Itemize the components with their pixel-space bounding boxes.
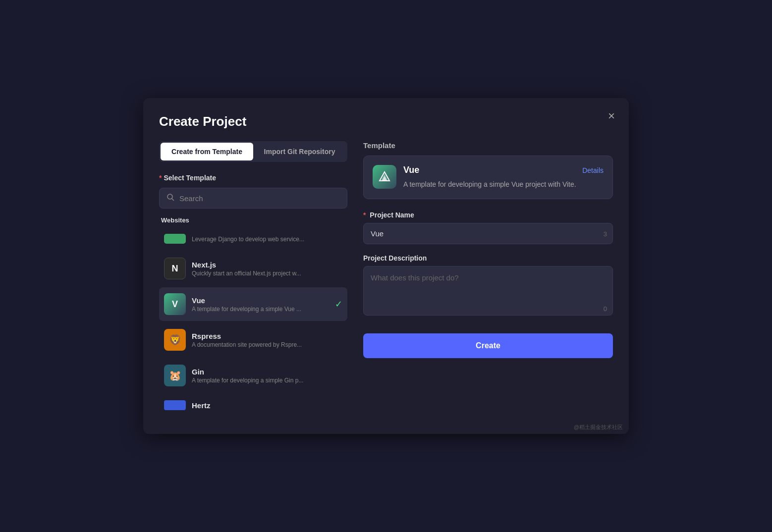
rspress-desc: A documentation site powered by Rspre... [192,341,342,348]
search-box[interactable] [159,188,347,209]
template-list: Websites Leverage Django to develop web … [159,216,347,418]
django-info: Leverage Django to develop web service..… [192,235,342,243]
tab-create-from-template[interactable]: Create from Template [161,143,253,160]
project-desc-label: Project Description [363,254,613,262]
project-desc-char-count: 0 [604,305,607,313]
project-desc-textarea[interactable] [363,266,613,316]
nextjs-name: Next.js [192,261,342,269]
create-project-modal: Create Project × Create from Template Im… [143,98,629,434]
template-preview-card: Vue Details A template for developing a … [363,156,613,199]
project-name-label: * Project Name [363,211,613,219]
project-desc-wrapper: 0 [363,266,613,318]
vue-icon: V [164,293,186,315]
hertz-info: Hertz [192,401,342,410]
template-preview-info: Vue Details A template for developing a … [403,165,604,190]
django-desc: Leverage Django to develop web service..… [192,236,342,243]
search-input[interactable] [179,194,340,203]
left-panel: Create from Template Import Git Reposito… [159,141,347,418]
gin-icon: 🐹 [164,365,186,386]
project-name-char-count: 3 [604,230,607,237]
template-item-hertz[interactable]: Hertz [159,394,347,416]
vue-info: Vue A template for developing a simple V… [192,296,329,313]
hertz-name: Hertz [192,401,342,410]
rspress-icon: 🦁 [164,329,186,351]
template-item-gin[interactable]: 🐹 Gin A template for developing a simple… [159,359,347,392]
right-panel: Template Vue Details A template for deve… [363,141,613,418]
project-name-input[interactable] [363,223,613,244]
select-template-label: *Select Template [159,174,347,182]
close-button[interactable]: × [608,110,615,122]
vue-desc: A template for developing a simple Vue .… [192,306,329,313]
gin-info: Gin A template for developing a simple G… [192,368,342,384]
modal-body: Create from Template Import Git Reposito… [159,141,613,418]
tabs-container: Create from Template Import Git Reposito… [159,141,347,162]
create-button[interactable]: Create [363,333,613,358]
watermark: @稻土掘金技术社区 [574,424,623,431]
gin-name: Gin [192,368,342,376]
search-icon [166,193,174,203]
nextjs-desc: Quickly start an official Next.js projec… [192,270,342,277]
required-star: * [159,174,162,182]
template-section-title: Template [363,141,613,150]
template-item-django[interactable]: Leverage Django to develop web service..… [159,228,347,250]
nextjs-icon: N [164,258,186,279]
gin-desc: A template for developing a simple Gin p… [192,377,342,384]
project-name-wrapper: 3 [363,223,613,244]
svg-line-1 [172,199,174,201]
template-preview-header: Vue Details [403,165,604,175]
nextjs-info: Next.js Quickly start an official Next.j… [192,261,342,277]
hertz-icon [164,400,186,410]
template-preview-desc: A template for developing a simple Vue p… [403,179,604,190]
project-name-required-star: * [363,211,368,219]
template-item-vue[interactable]: V Vue A template for developing a simple… [159,287,347,321]
rspress-info: Rspress A documentation site powered by … [192,332,342,348]
modal-title: Create Project [159,114,613,129]
rspress-name: Rspress [192,332,342,340]
selected-check-icon: ✓ [335,299,342,310]
template-item-nextjs[interactable]: N Next.js Quickly start an official Next… [159,252,347,285]
category-websites: Websites [159,216,347,224]
template-preview-name: Vue [403,165,419,175]
template-item-rspress[interactable]: 🦁 Rspress A documentation site powered b… [159,323,347,357]
django-icon [164,234,186,244]
tab-import-git-repository[interactable]: Import Git Repository [253,143,346,160]
template-preview-vue-icon [373,165,396,189]
details-link[interactable]: Details [582,166,604,174]
vue-name: Vue [192,296,329,305]
